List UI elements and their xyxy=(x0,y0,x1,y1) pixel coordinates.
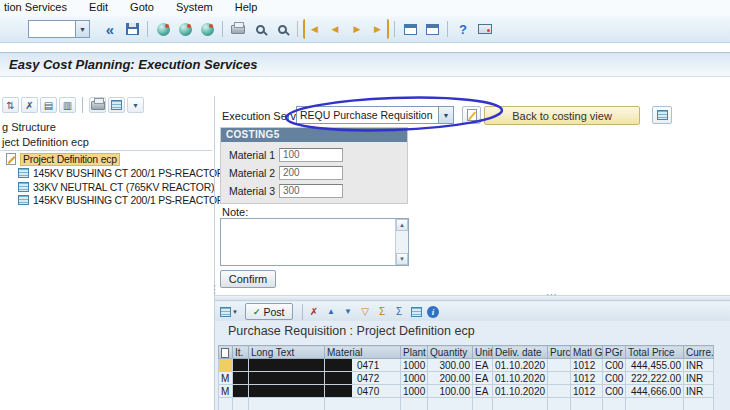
grid-glyph xyxy=(111,100,122,110)
redaction-strip xyxy=(325,385,352,397)
expand-collapse-icon[interactable]: ⇅ xyxy=(2,97,19,113)
row-selector-cell[interactable]: M xyxy=(219,385,233,398)
col-it[interactable]: It. xyxy=(233,346,249,359)
sum-icon[interactable]: Σ xyxy=(375,304,390,320)
new-session-icon[interactable] xyxy=(400,19,420,39)
tree-layout-icon[interactable] xyxy=(108,97,125,113)
scroll-down-icon[interactable]: ▼ xyxy=(396,253,408,265)
material-2-field[interactable]: 200 xyxy=(279,166,343,180)
delete-icon[interactable]: ✗ xyxy=(21,97,38,113)
table-row[interactable]: M 0470 1000 100.00 EA 01.10.2020 1012 C0… xyxy=(219,385,714,398)
page-icon xyxy=(221,348,229,358)
sort-descending-icon[interactable]: ▼ xyxy=(341,304,356,320)
create-shortcut-icon[interactable] xyxy=(422,19,442,39)
col-purc[interactable]: Purc... xyxy=(548,346,571,359)
empty-cell xyxy=(219,398,233,410)
copy-icon[interactable]: ▤ xyxy=(40,97,57,113)
menu-item-system[interactable]: System xyxy=(174,1,215,13)
menu-item-edit[interactable]: Edit xyxy=(87,1,110,13)
next-page-icon[interactable]: ▶ xyxy=(347,19,367,39)
purc-cell xyxy=(548,372,571,385)
menu-item-goto[interactable]: Goto xyxy=(128,1,156,13)
col-total-price[interactable]: Total Price xyxy=(626,346,684,359)
material-1-field[interactable]: 100 xyxy=(279,148,343,162)
tree-item-costing-1[interactable]: 145KV BUSHING CT 200/1 PS-REACTOR BHEL xyxy=(18,166,253,180)
sphere-glyph xyxy=(201,23,214,36)
col-pgr[interactable]: PGr xyxy=(603,346,626,359)
subtotal-icon[interactable]: Σ xyxy=(392,304,407,320)
first-page-icon[interactable]: ◀ xyxy=(303,19,323,39)
printer-glyph xyxy=(231,25,245,34)
col-deliv-date[interactable]: Deliv. date xyxy=(493,346,548,359)
service-sphere-1-icon[interactable] xyxy=(153,19,173,39)
edit-service-button[interactable] xyxy=(462,106,481,124)
paste-icon[interactable]: ▥ xyxy=(59,97,76,113)
tree-item-project-definition[interactable]: Project Definition ecp xyxy=(6,152,120,166)
col-long-text[interactable]: Long Text xyxy=(249,346,325,359)
magnifier-glyph xyxy=(256,25,265,34)
back-icon[interactable]: « xyxy=(100,19,120,39)
sort-ascending-icon[interactable]: ▲ xyxy=(324,304,339,320)
post-button-label: Post xyxy=(264,306,285,318)
find-next-icon[interactable] xyxy=(272,19,292,39)
post-button[interactable]: ✓ Post xyxy=(245,303,293,320)
col-unit[interactable]: Unit xyxy=(473,346,493,359)
row-selector-cell[interactable] xyxy=(219,359,233,372)
grid-icon xyxy=(657,110,668,120)
col-currency[interactable]: Curre... xyxy=(684,346,714,359)
delete-row-icon[interactable]: ✗ xyxy=(307,304,322,320)
costing-item-icon xyxy=(18,195,29,205)
tree-column-header[interactable]: ject Definition ecp xyxy=(0,135,212,151)
command-dropdown-icon[interactable]: ▼ xyxy=(75,21,89,37)
command-field-wrap: ▼ xyxy=(28,20,90,38)
service-sphere-2-icon[interactable] xyxy=(175,19,195,39)
layout-choose-icon[interactable]: ▼ xyxy=(220,304,238,320)
note-textarea[interactable] xyxy=(222,220,394,264)
service-sphere-3-icon[interactable] xyxy=(197,19,217,39)
horizontal-splitter-handle[interactable]: ⋯ xyxy=(546,288,559,301)
menu-item-help[interactable]: Help xyxy=(233,1,260,13)
col-plant[interactable]: Plant xyxy=(401,346,428,359)
table-row-empty[interactable] xyxy=(219,398,714,410)
redacted-cell xyxy=(233,359,249,372)
grid-layout-icon[interactable] xyxy=(409,304,424,320)
previous-page-icon[interactable]: ◀ xyxy=(325,19,345,39)
table-row[interactable]: 0471 1000 300.00 EA 01.10.2020 1012 C00 … xyxy=(219,359,714,372)
scroll-up-icon[interactable]: ▲ xyxy=(396,219,408,231)
help-icon[interactable]: ? xyxy=(453,19,473,39)
pgr-cell: C00 xyxy=(603,359,626,372)
table-row[interactable]: M 0472 1000 200.00 EA 01.10.2020 1012 C0… xyxy=(219,372,714,385)
confirm-button[interactable]: Confirm xyxy=(220,270,276,288)
col-quantity[interactable]: Quantity xyxy=(428,346,473,359)
empty-cell xyxy=(233,398,249,410)
col-material[interactable]: Material xyxy=(325,346,401,359)
purc-cell xyxy=(548,359,571,372)
command-field[interactable] xyxy=(29,22,75,37)
chevron-down-icon[interactable]: ▼ xyxy=(438,107,453,123)
material-3-field[interactable]: 300 xyxy=(279,184,343,198)
session-monitor-icon[interactable] xyxy=(475,19,495,39)
row-selector-cell[interactable]: M xyxy=(219,372,233,385)
save-icon[interactable] xyxy=(122,19,142,39)
col-matl-gr[interactable]: Matl Gr... xyxy=(571,346,603,359)
table-settings-button[interactable] xyxy=(652,106,672,124)
select-all-header[interactable] xyxy=(219,346,233,359)
costing-group-header: COSTING5 xyxy=(221,128,407,142)
filter-icon[interactable]: ▽ xyxy=(358,304,373,320)
back-to-costing-view-button[interactable]: Back to costing view xyxy=(484,106,640,125)
material-1-label: Material 1 xyxy=(229,149,275,161)
empty-cell xyxy=(571,398,603,410)
matl-gr-cell: 1012 xyxy=(571,372,603,385)
note-scrollbar[interactable]: ▲ ▼ xyxy=(395,219,408,265)
print-icon[interactable] xyxy=(228,19,248,39)
menu-item-services[interactable]: tion Services xyxy=(2,1,69,13)
last-page-icon[interactable]: ▶ xyxy=(369,19,389,39)
info-icon[interactable]: i xyxy=(426,304,441,320)
tree-item-costing-2[interactable]: 33KV NEUTRAL CT (765KV REACTOR) xyxy=(18,180,214,194)
costing-structure-label: g Structure xyxy=(2,121,56,133)
printer-glyph xyxy=(91,101,105,110)
tree-dropdown-icon[interactable]: ▼ xyxy=(127,97,144,113)
execution-service-dropdown[interactable]: REQU Purchase Requisition ▼ xyxy=(296,106,454,124)
find-icon[interactable] xyxy=(250,19,270,39)
tree-print-icon[interactable] xyxy=(89,97,106,113)
